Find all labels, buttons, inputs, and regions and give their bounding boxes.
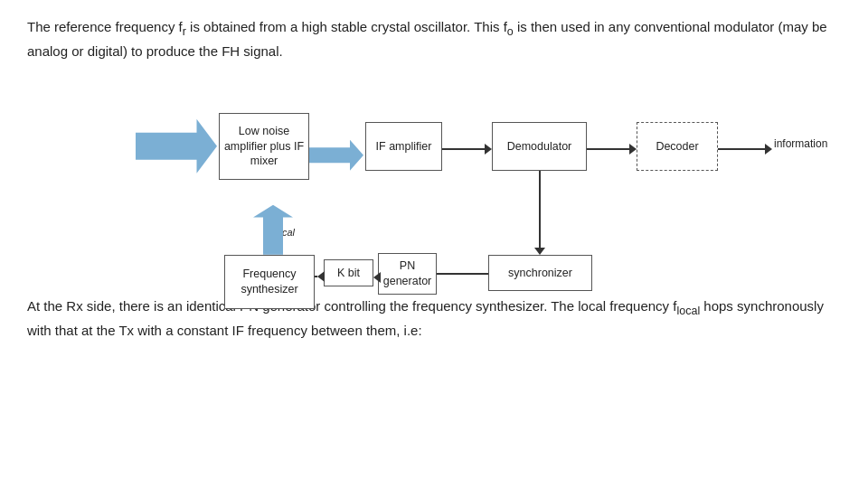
demodulator-box: Demodulator xyxy=(492,122,587,171)
intro-span: The reference frequency fr is obtained f… xyxy=(27,19,827,59)
intro-text: The reference frequency fr is obtained f… xyxy=(27,16,841,62)
bottom-span: At the Rx side, there is an identical PN… xyxy=(27,298,824,338)
information-label: information xyxy=(774,137,827,150)
if-amp-box: IF amplifier xyxy=(365,122,442,171)
synchronizer-box: synchronizer xyxy=(488,255,592,291)
diagram-area: Low noise amplifier plus IF mixer IF amp… xyxy=(27,79,841,286)
input-arrow xyxy=(136,119,217,174)
kbit-box: K bit xyxy=(324,259,373,286)
lna-box: Low noise amplifier plus IF mixer xyxy=(219,113,309,180)
page-content: The reference frequency fr is obtained f… xyxy=(0,0,868,350)
arrow-down-sync xyxy=(534,248,545,255)
h-line-sync-pn xyxy=(434,273,488,275)
arrow-lna-if xyxy=(309,140,363,171)
arrow-if-demod xyxy=(442,144,492,155)
bottom-text: At the Rx side, there is an identical PN… xyxy=(27,296,841,342)
pn-gen-box: PN generator xyxy=(378,253,437,295)
arrow-decoder-info xyxy=(718,144,772,155)
arrow-demod-decoder xyxy=(587,144,637,155)
decoder-box: Decoder xyxy=(637,122,718,171)
v-line-demod-sync xyxy=(539,171,541,252)
freq-synth-box: Frequency synthesizer xyxy=(224,255,315,309)
